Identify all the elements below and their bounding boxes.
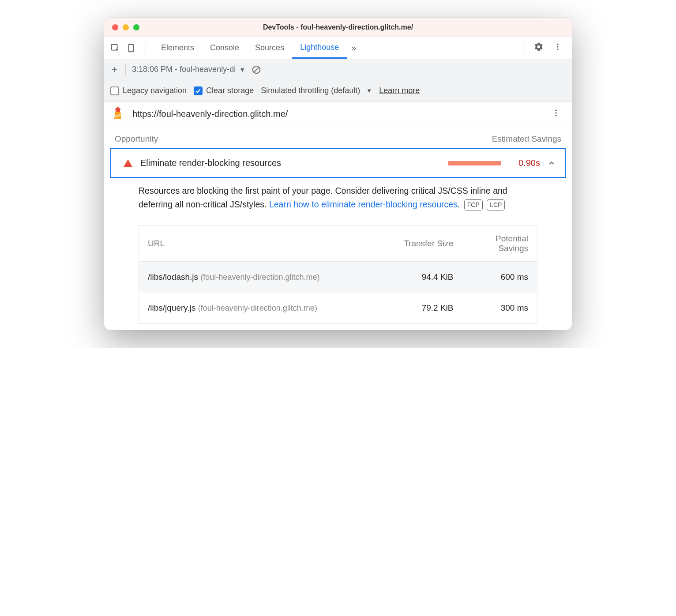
svg-point-4 [557,49,558,50]
col-size: Transfer Size [387,226,462,262]
audit-description-tail: . [458,199,460,209]
resource-size: 94.4 KiB [387,262,462,293]
new-report-button[interactable]: + [109,64,119,76]
report-url-row: https://foul-heavenly-direction.glitch.m… [104,101,572,127]
audit-learn-link[interactable]: Learn how to eliminate render-blocking r… [269,199,458,209]
table-row: /libs/lodash.js (foul-heavenly-direction… [139,262,537,293]
tab-elements[interactable]: Elements [153,37,202,59]
report-selector[interactable]: 3:18:06 PM - foul-heavenly-di ▼ [132,65,245,74]
titlebar: DevTools - foul-heavenly-direction.glitc… [104,18,572,37]
close-window-button[interactable] [112,24,118,30]
resource-savings: 300 ms [462,293,537,324]
svg-rect-8 [116,109,120,112]
tab-label: Sources [255,43,284,53]
window-title: DevTools - foul-heavenly-direction.glitc… [104,23,572,31]
col-savings: Potential Savings [462,226,537,262]
chevron-up-icon [548,160,555,167]
savings-bar [448,161,501,165]
resource-path: /libs/jquery.js [148,303,195,312]
tab-sources[interactable]: Sources [247,37,292,59]
resource-host: (foul-heavenly-direction.glitch.me) [198,304,317,312]
throttling-label: Simulated throttling (default) [261,86,360,95]
savings-value: 0.90s [509,158,540,168]
resource-host: (foul-heavenly-direction.glitch.me) [200,273,319,282]
metric-badge-lcp: LCP [487,199,505,210]
resource-savings: 600 ms [462,262,537,293]
svg-point-3 [557,46,558,47]
learn-more-link[interactable]: Learn more [379,86,420,95]
dropdown-caret-icon: ▼ [366,87,372,94]
throttling-selector[interactable]: Simulated throttling (default) ▼ [261,86,372,95]
devtools-window: DevTools - foul-heavenly-direction.glitc… [104,18,572,330]
checkbox-checked-icon [194,86,203,95]
tab-label: Lighthouse [300,43,339,52]
separator [146,42,146,54]
audit-description: Resources are blocking the first paint o… [110,178,566,214]
dropdown-caret-icon: ▼ [239,66,245,73]
metric-badge-fcp: FCP [464,199,483,210]
svg-point-13 [555,115,556,116]
svg-rect-1 [129,44,134,52]
resource-size: 79.2 KiB [387,293,462,324]
separator [525,42,525,54]
fail-triangle-icon [124,159,132,167]
report-menu-icon[interactable] [548,109,564,120]
table-row: /libs/jquery.js (foul-heavenly-direction… [139,293,537,324]
resource-path: /libs/lodash.js [148,272,198,282]
report-url: https://foul-heavenly-direction.glitch.m… [132,109,288,119]
clear-all-icon[interactable] [252,65,261,75]
traffic-lights [104,24,139,30]
clear-storage-checkbox[interactable]: Clear storage [194,86,254,95]
audit-item: Eliminate render-blocking resources 0.90… [110,148,566,324]
lighthouse-toolbar: + 3:18:06 PM - foul-heavenly-di ▼ [104,59,572,80]
tab-lighthouse[interactable]: Lighthouse [292,37,347,59]
svg-point-11 [555,110,556,111]
zoom-window-button[interactable] [133,24,139,30]
more-tabs-icon[interactable]: » [347,43,361,53]
savings-header: Estimated Savings [492,134,561,144]
lighthouse-logo-icon [112,106,124,122]
lighthouse-settings-bar: Legacy navigation Clear storage Simulate… [104,80,572,101]
svg-point-2 [557,44,558,45]
col-url: URL [139,226,387,262]
table-header-row: URL Transfer Size Potential Savings [139,226,537,262]
svg-point-12 [555,112,556,113]
resources-table: URL Transfer Size Potential Savings /lib… [139,225,537,324]
tab-console[interactable]: Console [202,37,247,59]
svg-line-6 [254,67,259,72]
report-selector-label: 3:18:06 PM - foul-heavenly-di [132,65,236,74]
legacy-navigation-checkbox[interactable]: Legacy navigation [110,86,187,95]
checkbox-label: Legacy navigation [123,86,187,95]
kebab-menu-icon[interactable] [550,42,566,53]
audit-title: Eliminate render-blocking resources [140,158,281,168]
opportunity-header: Opportunity [115,134,158,144]
main-tabbar: Elements Console Sources Lighthouse » [104,37,572,59]
opportunity-header-row: Opportunity Estimated Savings [104,127,572,148]
settings-gear-icon[interactable] [530,42,547,54]
inspect-element-icon[interactable] [110,43,120,53]
minimize-window-button[interactable] [123,24,129,30]
device-toolbar-icon[interactable] [126,43,136,53]
tab-label: Elements [161,43,194,53]
audit-header[interactable]: Eliminate render-blocking resources 0.90… [110,148,566,178]
checkbox-unchecked-icon [110,86,119,95]
separator [125,64,126,75]
svg-marker-7 [114,107,121,109]
tab-label: Console [210,43,239,53]
checkbox-label: Clear storage [206,86,254,95]
